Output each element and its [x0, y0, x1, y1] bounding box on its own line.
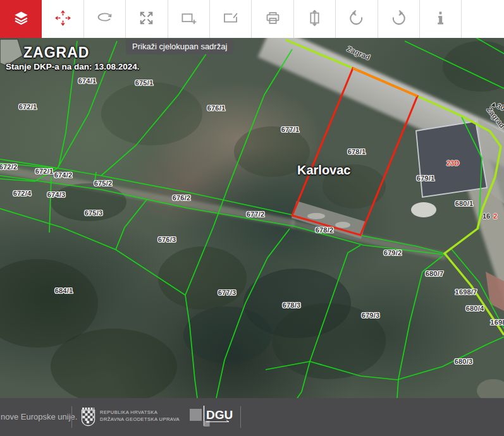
parcel-label: 672/4	[13, 190, 32, 197]
tooltip: Prikaži cjelokupan sadržaj	[126, 39, 233, 54]
add-rectangle-button[interactable]	[168, 0, 210, 38]
undo-button[interactable]	[336, 0, 378, 38]
redo-button[interactable]	[378, 0, 420, 38]
parcel-label: 684/1	[55, 287, 73, 294]
parcel-label: 675/1	[135, 79, 154, 87]
vertical-arrows-rect-icon	[306, 9, 323, 29]
map-viewport[interactable]: 674/1675/1672/1676/1677/1678/1672/2672/1…	[0, 38, 504, 398]
government-name: REPUBLIKA HRVATSKA DRŽAVNA GEODETSKA UPR…	[100, 409, 180, 423]
measure-height-button[interactable]	[294, 0, 336, 38]
dkp-status-line: Stanje DKP-a na dan: 13.08.2024.	[6, 62, 140, 71]
region-title: ZAGRAD	[23, 44, 89, 61]
expand-icon	[138, 9, 155, 29]
toolbar	[0, 0, 504, 38]
parcel-label: 680/1	[455, 200, 474, 207]
city-label: Karlovac	[297, 163, 351, 178]
parcel-label: 679/1	[417, 174, 435, 182]
redo-icon	[390, 9, 407, 29]
rotate-tool-button[interactable]	[84, 0, 126, 38]
info-button[interactable]	[420, 0, 462, 38]
house-number-label: 2	[493, 212, 497, 220]
info-icon	[432, 9, 449, 29]
parcel-label: 672/2	[0, 163, 17, 171]
gov-line-2: DRŽAVNA GEODETSKA UPRAVA	[100, 416, 180, 423]
svg-text:DGU: DGU	[206, 408, 233, 421]
rectangle-plus-icon	[180, 9, 197, 29]
edit-polygon-button[interactable]	[210, 0, 252, 38]
parcel-label: 674/3	[47, 191, 66, 198]
layers-tool-button[interactable]	[0, 0, 42, 38]
parcel-label: 672/1	[35, 167, 54, 175]
parcel-label: 675/3	[85, 209, 103, 217]
parcel-label: 680/4	[466, 305, 484, 312]
parcel-label: 1698/7	[455, 288, 477, 296]
parcel-label: 680/3	[455, 358, 473, 365]
pan-tool-button[interactable]	[42, 0, 83, 38]
rotate-icon	[96, 9, 113, 29]
parcel-label: 676/2	[173, 194, 191, 202]
parcel-boundaries-layer	[0, 38, 504, 398]
parcel-label: 677/3	[218, 289, 237, 296]
zoom-extent-button[interactable]	[126, 0, 168, 38]
eu-funding-text: nove Europske unije.	[1, 412, 77, 421]
parcel-label: 679/3	[362, 312, 380, 319]
cadastral-map-app: 674/1675/1672/1676/1677/1678/1672/2672/1…	[0, 0, 504, 436]
footer-divider	[71, 406, 72, 428]
parcel-label: 679/2	[384, 249, 402, 257]
footer-bar: nove Europske unije. REPUBLIKA HRVATSKA …	[0, 398, 504, 436]
print-button[interactable]	[252, 0, 293, 38]
gov-line-1: REPUBLIKA HRVATSKA	[100, 409, 180, 416]
toolbar-spacer	[462, 0, 504, 38]
building-pink-roof	[486, 272, 504, 311]
croatian-coat-of-arms-icon	[81, 407, 95, 429]
parcel-label: 1698	[490, 318, 504, 326]
printer-icon	[264, 9, 281, 29]
parcel-label: 677/1	[281, 126, 300, 133]
parcel-label: 676/3	[158, 236, 176, 243]
parcel-label: 676/1	[207, 104, 226, 112]
parcel-label: 677/2	[247, 210, 265, 218]
parcel-label: 674/1	[78, 77, 97, 85]
undo-icon	[348, 9, 365, 29]
move-arrows-icon	[54, 9, 71, 29]
footer-divider	[240, 406, 241, 428]
parcel-label: 672/1	[19, 103, 37, 111]
rectangle-edit-icon	[222, 9, 239, 29]
building-bottom-right	[477, 379, 504, 398]
parcel-label: 674/2	[54, 171, 73, 179]
layers-icon	[13, 9, 30, 29]
parcel-label: 675/2	[94, 179, 113, 187]
building-white-shed	[411, 202, 436, 217]
dgu-logo: DGU	[190, 406, 239, 432]
parcel-label: 678/3	[283, 301, 301, 309]
parcel-label: 680/7	[426, 270, 444, 277]
parcel-label: 678/1	[348, 148, 366, 155]
parcel-label: 678/2	[316, 226, 334, 234]
house-number-label: 23D	[446, 159, 459, 167]
house-number-label: 16	[482, 212, 490, 220]
